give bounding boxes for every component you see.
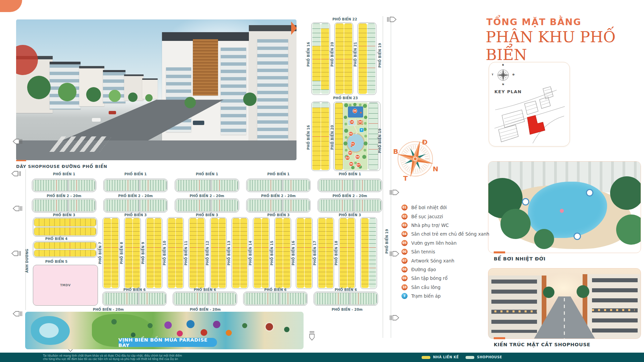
lot [335, 118, 343, 123]
lot [112, 180, 115, 191]
lot [312, 59, 321, 63]
lot [222, 200, 225, 211]
lot [328, 293, 331, 304]
lot [335, 72, 344, 76]
lot [125, 223, 132, 227]
lot [347, 227, 355, 231]
lot-row [176, 180, 238, 191]
lot [326, 260, 333, 264]
lot [190, 231, 197, 235]
street-label: PHỐ BIỂN 16 [307, 42, 310, 67]
lot [45, 242, 50, 249]
lot [318, 293, 320, 304]
lot-block [317, 217, 334, 289]
lot [367, 89, 376, 94]
lot [367, 59, 376, 63]
lot [312, 63, 321, 68]
lot [347, 231, 355, 235]
lot-column [368, 103, 378, 170]
lot [159, 200, 161, 211]
lot [321, 122, 329, 127]
legend-number-badge: 08 [401, 266, 408, 273]
lot [312, 81, 321, 85]
lot [125, 272, 132, 276]
compass-north-label: B [393, 147, 398, 156]
lot [250, 293, 252, 304]
lot [344, 37, 353, 42]
keyplan-compass-n: B [502, 64, 504, 66]
lot [153, 180, 156, 191]
street-label: PHỐ BIỂN 14 [249, 241, 252, 265]
lot [214, 180, 217, 191]
road-gate-icon [12, 310, 22, 317]
lot-row [174, 293, 236, 305]
lot [297, 280, 304, 284]
lot [168, 272, 175, 276]
lot [80, 219, 86, 226]
lot [182, 293, 184, 304]
lot-row [244, 293, 307, 305]
lot [232, 280, 240, 284]
lot [44, 180, 46, 191]
lot [111, 231, 119, 235]
lot [104, 264, 111, 268]
lot [273, 293, 276, 304]
lot [321, 132, 329, 136]
lot [211, 256, 218, 260]
lot [254, 235, 261, 239]
lot [367, 28, 376, 33]
decor-parasol [226, 330, 232, 336]
lot-block [32, 198, 96, 213]
lot [369, 159, 378, 164]
lot [197, 272, 205, 276]
lot [318, 239, 326, 243]
lot [283, 247, 290, 251]
lot [361, 223, 369, 227]
lot [369, 264, 376, 268]
lot [335, 85, 344, 89]
lot [268, 180, 271, 191]
lot [205, 180, 207, 191]
lot [190, 284, 197, 288]
lot [369, 113, 378, 118]
lot [345, 200, 347, 211]
lot [305, 239, 312, 243]
lot [219, 251, 226, 255]
lot [132, 293, 135, 304]
lot [321, 85, 329, 89]
lot-row [34, 227, 96, 236]
lot [219, 218, 226, 223]
lot [200, 293, 203, 304]
lot [335, 123, 343, 128]
street-label: PHỐ BIỂN 6 [123, 288, 146, 292]
lot [232, 251, 240, 255]
lot [367, 63, 376, 68]
street-label: PHỐ BIỂN 3 [124, 213, 147, 217]
lot [315, 293, 318, 304]
lot [262, 223, 269, 227]
lot [125, 235, 132, 239]
lot [321, 103, 329, 108]
street-label: PHỐ BIỂN 19 [378, 43, 382, 68]
lot [190, 218, 197, 223]
lot-block [314, 292, 378, 306]
lot [150, 293, 152, 304]
lot [104, 243, 111, 247]
lot [312, 103, 321, 108]
lot [312, 127, 321, 131]
lot [253, 200, 255, 211]
lot [34, 219, 39, 226]
lot [359, 28, 367, 33]
lot [176, 268, 183, 272]
lot [373, 200, 376, 211]
lot [360, 180, 363, 191]
lot [340, 243, 347, 247]
lot [361, 218, 369, 223]
lot [335, 154, 343, 159]
lot-row [315, 293, 377, 305]
lot [261, 180, 263, 191]
lot [369, 256, 376, 260]
lot [291, 200, 294, 211]
lot [254, 260, 261, 264]
lot [168, 218, 175, 223]
